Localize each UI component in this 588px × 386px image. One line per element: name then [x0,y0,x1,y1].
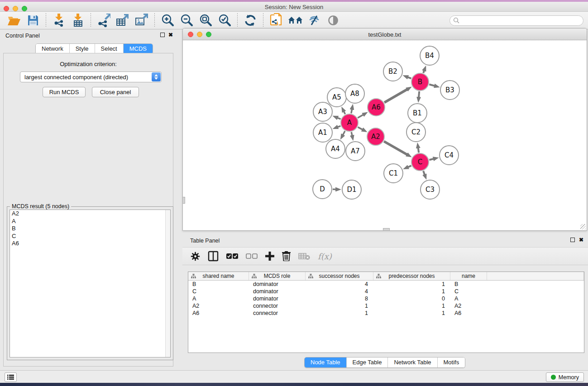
float-table-panel-icon[interactable] [570,238,575,242]
tab-motifs[interactable]: Motifs [438,357,465,367]
float-panel-icon[interactable] [160,33,165,37]
network-canvas[interactable]: B4B2BB3A5A8A6A3B1AA1C2A2A4A7C4CC1DD1C3 [183,40,587,230]
graph-edge-B-B2[interactable] [407,77,411,78]
export-table-icon[interactable] [115,13,130,28]
tab-mcds[interactable]: MCDS [124,44,153,54]
canvas-bottom-handle[interactable] [383,228,390,231]
graph-edge-A-A1[interactable] [337,126,340,127]
graph-node-C3[interactable]: C3 [421,180,440,199]
network-window-titlebar[interactable]: testGlobe.txt [183,29,587,40]
graph-node-B[interactable]: B [411,73,429,91]
graph-node-A[interactable]: A [341,114,358,131]
result-item-a6[interactable]: A6 [10,240,170,248]
graph-node-A6[interactable]: A6 [368,99,385,116]
graph-node-A4[interactable]: A4 [326,139,345,158]
gear-icon[interactable] [191,252,200,261]
select-all-icon[interactable] [226,253,238,259]
close-table-panel-icon[interactable]: ✖ [579,238,583,242]
optimization-criterion-select[interactable]: largest connected component (directed) [20,71,162,82]
mcds-result-list[interactable]: A2ABCA6 [10,210,171,357]
graph-node-C[interactable]: C [411,153,429,171]
first-neighbors-icon[interactable] [287,13,303,28]
graph-node-A3[interactable]: A3 [313,102,332,121]
result-list-scrollbar[interactable] [165,210,170,357]
graph-edge-B-B3[interactable] [429,85,435,86]
tab-node-table[interactable]: Node Table [305,357,347,367]
table-row[interactable]: A2connector11A2 [188,302,584,310]
graph-node-A2[interactable]: A2 [367,128,384,145]
graph-edge-A-A8[interactable] [351,109,352,113]
export-image-icon[interactable] [134,13,149,28]
refresh-layout-icon[interactable] [243,13,258,28]
result-item-a[interactable]: A [10,218,170,225]
run-mcds-button[interactable]: Run MCDS [43,87,86,97]
import-table-icon[interactable] [70,13,86,28]
graph-edge-A-A7[interactable] [351,132,352,136]
show-all-icon[interactable] [325,13,341,28]
graph-node-B4[interactable]: B4 [420,46,439,65]
column-header-name[interactable]: name [450,272,487,280]
graph-node-C1[interactable]: C1 [384,164,403,183]
tab-edge-table[interactable]: Edge Table [347,357,388,367]
hide-selected-icon[interactable] [306,13,322,28]
graph-node-B1[interactable]: B1 [408,104,427,123]
deselect-all-icon[interactable] [246,253,258,259]
table-row[interactable]: Adominator80A [188,295,584,302]
result-item-a2[interactable]: A2 [10,210,170,218]
table-row[interactable]: A6connector11A6 [188,310,584,317]
result-item-b[interactable]: B [10,225,170,233]
function-builder-icon[interactable]: f(x) [318,252,332,261]
column-header-MCDS-role[interactable]: MCDS role [249,272,306,280]
tab-style[interactable]: Style [70,44,95,54]
new-network-from-selection-icon[interactable] [268,13,284,28]
memory-button[interactable]: Memory [546,372,584,382]
graph-edge-A-A6[interactable] [358,114,363,118]
graph-edge-A-A5[interactable] [344,111,345,114]
column-header-successor-nodes[interactable]: successor nodes [306,272,373,280]
zoom-in-icon[interactable] [160,13,175,28]
graph-node-B2[interactable]: B2 [383,62,402,81]
graph-edge-C-C1[interactable] [407,166,411,167]
import-network-icon[interactable] [51,13,67,28]
save-session-icon[interactable] [25,13,41,28]
close-panel-icon[interactable]: ✖ [168,33,173,37]
graph-node-A5[interactable]: A5 [327,88,346,107]
zoom-selected-icon[interactable] [217,13,232,28]
tab-select[interactable]: Select [95,44,124,54]
close-panel-button[interactable]: Close panel [92,87,139,97]
zoom-out-icon[interactable] [179,13,194,28]
column-header-predecessor-nodes[interactable]: predecessor nodes [373,272,450,280]
graph-node-C4[interactable]: C4 [440,146,459,165]
graph-node-A8[interactable]: A8 [345,84,364,103]
graph-edge-B-B4[interactable] [423,70,424,73]
tab-network[interactable]: Network [36,44,70,54]
graph-edge-A-A2[interactable] [358,127,363,130]
export-network-icon[interactable] [96,13,111,28]
graph-edge-C-C2[interactable] [418,148,419,153]
graph-node-D[interactable]: D [313,180,332,199]
add-row-icon[interactable] [265,252,274,261]
node-table[interactable]: shared nameMCDS rolesuccessor nodesprede… [188,272,584,353]
search-input[interactable] [449,15,583,26]
graph-edge-B-B1[interactable] [419,91,419,98]
table-row[interactable]: Bdominator41B [188,281,584,288]
graph-node-A7[interactable]: A7 [346,142,365,161]
columns-icon[interactable] [208,251,219,262]
result-item-c[interactable]: C [10,233,170,240]
table-row[interactable]: Cdominator41C [188,288,584,295]
graph-edge-A2-C[interactable] [384,141,407,155]
graph-edge-C-C4[interactable] [429,159,434,160]
open-file-icon[interactable] [6,13,22,28]
delete-row-icon[interactable] [282,251,291,261]
graph-edge-C-C3[interactable] [423,171,425,175]
resize-grip-icon[interactable] [580,224,586,229]
tab-network-table[interactable]: Network Table [388,357,437,367]
graph-node-B3[interactable]: B3 [440,81,459,100]
canvas-side-handle[interactable] [182,197,185,204]
graph-edge-A6-B[interactable] [384,89,407,103]
graph-node-D1[interactable]: D1 [342,180,361,199]
column-header-shared-name[interactable]: shared name [188,272,249,280]
zoom-fit-icon[interactable] [198,13,213,28]
graph-edge-A-A3[interactable] [337,118,340,119]
graph-node-C2[interactable]: C2 [406,123,425,142]
